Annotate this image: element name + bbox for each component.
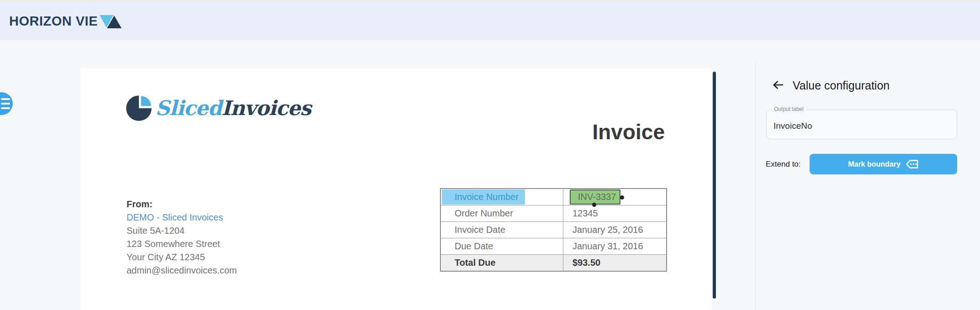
table-cell-label: Order Number: [440, 205, 563, 222]
invoice-number-label-chip[interactable]: Invoice Number: [442, 189, 525, 205]
back-button[interactable]: [770, 78, 786, 93]
brand-triangle-up-icon: [107, 16, 122, 28]
back-arrow-icon: [771, 78, 785, 92]
address-line: 123 Somewhere Street: [127, 237, 237, 251]
table-cell-value: $93.50: [563, 255, 667, 272]
logo-text-sliced: Sliced: [155, 98, 222, 118]
address-line: admin@slicedinvoices.com: [127, 264, 237, 277]
invoice-document: SlicedInvoices Invoice From: DEMO - Slic…: [80, 68, 712, 310]
output-label-input[interactable]: [773, 121, 948, 131]
logo-text-invoices: Invoices: [222, 98, 311, 118]
invoice-details-table: Invoice Number INV-3337 Order Number 123…: [440, 188, 667, 272]
invoice-title: Invoice: [592, 121, 665, 142]
table-row: Invoice Date January 25, 2016: [440, 222, 667, 238]
brand-text: HORIZON VIE: [9, 14, 98, 29]
table-cell-label: Invoice Date: [440, 222, 563, 238]
menu-fab-button[interactable]: [0, 92, 13, 115]
table-row: Order Number 12345: [440, 205, 667, 222]
mark-boundary-button[interactable]: Mark boundary: [810, 154, 957, 174]
company-link[interactable]: DEMO - Sliced Invoices: [127, 211, 237, 224]
address-line: Your City AZ 12345: [127, 251, 237, 264]
table-row: Invoice Number INV-3337: [440, 189, 667, 205]
mark-boundary-button-label: Mark boundary: [848, 160, 901, 168]
table-cell-label: Total Due: [440, 255, 563, 272]
extend-to-label: Extend to:: [766, 160, 801, 169]
sliced-invoices-logo: SlicedInvoices: [126, 94, 311, 122]
table-cell-value: 12345: [563, 205, 667, 222]
panel-title: Value configuration: [793, 79, 890, 92]
table-cell-value: January 31, 2016: [563, 238, 667, 255]
pie-chart-icon: [126, 95, 152, 121]
invoice-number-value-chip[interactable]: INV-3337: [570, 189, 620, 205]
panel-divider: [755, 62, 756, 310]
app-header: HORIZON VIE: [0, 2, 980, 40]
brand-logo: HORIZON VIE: [9, 14, 122, 29]
output-label-floating-label: Output label: [772, 106, 806, 112]
document-scrollbar-thumb[interactable]: [713, 72, 716, 299]
table-row-total: Total Due $93.50: [440, 255, 667, 272]
table-cell-value: January 25, 2016: [563, 222, 667, 238]
table-row: Due Date January 31, 2016: [440, 238, 667, 255]
selection-handle-right-icon[interactable]: [620, 195, 624, 200]
table-cell-label: Due Date: [440, 238, 563, 255]
boundary-tag-icon: [905, 159, 919, 169]
from-address-block: From: DEMO - Sliced Invoices Suite 5A-12…: [127, 198, 237, 277]
output-label-field: [766, 110, 957, 139]
from-heading: From:: [127, 198, 237, 211]
address-line: Suite 5A-1204: [127, 224, 237, 237]
